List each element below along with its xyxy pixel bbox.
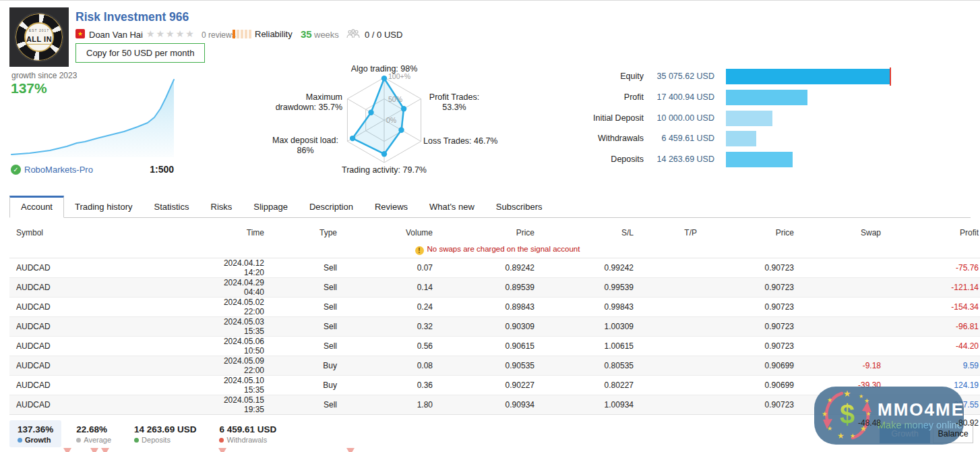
price-cell: 0.89539 [434, 277, 536, 297]
tab-slippage[interactable]: Slippage [243, 196, 299, 217]
broker-link[interactable]: RoboMarkets-Pro [24, 165, 93, 175]
totals-row: -48.48 -80.92 [9, 414, 980, 431]
bar-fill [726, 152, 793, 167]
sl-cell: 0.80535 [536, 356, 635, 375]
bar-label: Withdrawals [580, 131, 644, 146]
legend-dot-icon [134, 438, 139, 443]
swap-cell [795, 258, 882, 277]
table-row: AUDCAD2024.04.29 04:40Sell0.140.895390.9… [9, 277, 980, 297]
legend-dot-icon [18, 438, 22, 443]
volume-cell: 0.08 [338, 356, 434, 375]
star-icon: ★ [837, 432, 845, 440]
tab-account[interactable]: Account [9, 196, 64, 218]
price2-cell: 0.90699 [698, 356, 795, 375]
swap-cell [795, 277, 882, 297]
profit-cell: -154.34 [882, 297, 980, 316]
bar-row-deposits: Deposits14 263.69 USD [580, 152, 980, 167]
symbol-cell: AUDCAD [9, 258, 218, 277]
symbol-cell: AUDCAD [9, 297, 218, 316]
sl-cell: 1.00309 [536, 316, 635, 336]
type-cell: Sell [266, 258, 338, 277]
swap-cell [795, 297, 882, 316]
bar-fill [726, 111, 772, 126]
copy-signal-button[interactable]: Copy for 50 USD per month [75, 43, 205, 63]
stat-label: Deposits [142, 436, 171, 444]
sl-cell: 0.99539 [536, 277, 635, 297]
rating-stars: ★★★★★ [146, 28, 195, 39]
volume-cell: 0.32 [338, 316, 434, 336]
sl-cell: 1.00934 [536, 395, 635, 414]
withdrawal-marker-icon [346, 448, 355, 452]
bar-value: 6 459.61 USD [647, 131, 714, 146]
weeks-label: weeks [314, 30, 339, 40]
swap-cell [795, 336, 882, 356]
type-cell: Buy [266, 375, 338, 395]
volume-cell: 0.14 [338, 277, 434, 297]
radar-ring-100: 100+% [388, 72, 410, 80]
symbol-cell: AUDCAD [9, 395, 218, 414]
growth-caption: growth since 2023 [11, 71, 77, 80]
reliability-bars [233, 30, 251, 38]
bar-row-profit: Profit17 400.94 USD [580, 90, 980, 105]
type-cell: Sell [266, 277, 338, 297]
table-row: AUDCAD2024.05.09 22:00Buy0.080.905350.80… [9, 356, 980, 375]
tab-trading-history[interactable]: Trading history [64, 196, 144, 217]
column-header-s-l: S/L [536, 223, 635, 242]
volume-cell: 1.80 [338, 395, 434, 414]
subscribers-funds: 0 / 0 USD [365, 30, 402, 40]
radar-ring-0: 0% [386, 116, 396, 124]
withdrawal-marker-icon [63, 448, 71, 452]
profit-cell: -75.76 [882, 258, 980, 277]
broker-verified-icon: ✓ [11, 165, 21, 175]
poker-chip-logo: EST 2017 ALL IN [14, 12, 64, 62]
radar-label-trading-activity: Trading activity: 79.7% [317, 165, 452, 175]
column-header-volume: Volume [338, 223, 434, 242]
price2-cell: 0.90723 [698, 336, 795, 356]
warning-text: No swaps are charged on the signal accou… [427, 245, 580, 253]
radar-label-max-drawdown: Maximum drawdown: 35.7% [270, 92, 342, 113]
tp-cell [635, 297, 698, 316]
type-cell: Sell [266, 316, 338, 336]
profit-cell: 9.59 [882, 356, 980, 375]
bar-row-withdrawals: Withdrawals6 459.61 USD [580, 131, 980, 146]
time-cell: 2024.04.29 04:40 [218, 277, 266, 297]
bar-fill [726, 131, 756, 146]
tp-cell [635, 356, 698, 375]
avatar-allin-text: ALL IN [26, 35, 52, 45]
weeks-value: 35 [301, 28, 312, 40]
tab-description[interactable]: Description [299, 196, 364, 217]
tab-subscribers[interactable]: Subscribers [485, 196, 553, 217]
price-cell: 0.89843 [434, 297, 536, 316]
price-cell: 0.90615 [434, 336, 536, 356]
bar-row-initial-deposit: Initial Deposit10 000.00 USD [580, 111, 980, 126]
price2-cell: 0.90723 [698, 277, 795, 297]
leverage-value: 1:500 [150, 164, 174, 175]
withdrawal-marker-icon [218, 448, 226, 452]
time-cell: 2024.05.15 19:35 [218, 395, 266, 414]
equity-tick [890, 67, 891, 86]
star-icon: ★ [859, 394, 863, 399]
column-header-swap: Swap [795, 223, 882, 242]
swap-cell: -9.18 [795, 356, 882, 375]
symbol-cell: AUDCAD [9, 375, 218, 395]
time-cell: 2024.04.12 14:20 [218, 258, 266, 277]
swap-warning-row: !No swaps are charged on the signal acco… [9, 242, 980, 258]
sl-cell: 0.80227 [536, 375, 635, 395]
reliability-label: Reliability [255, 29, 293, 39]
tp-cell [635, 258, 698, 277]
tab-reviews[interactable]: Reviews [364, 196, 419, 217]
volume-cell: 0.56 [338, 336, 434, 356]
time-cell: 2024.05.06 10:50 [218, 336, 266, 356]
author-name[interactable]: Doan Van Hai [89, 30, 143, 40]
price-cell: 0.90535 [434, 356, 536, 375]
symbol-cell: AUDCAD [9, 277, 218, 297]
growth-value: 137% [11, 80, 47, 96]
volume-cell: 0.24 [338, 297, 434, 316]
reviews-link[interactable]: 0 reviews [202, 30, 236, 40]
tab-risks[interactable]: Risks [200, 196, 243, 217]
tab-what-s-new[interactable]: What's new [419, 196, 485, 217]
bar-value: 10 000.00 USD [647, 111, 714, 126]
page-title[interactable]: Risk Investment 966 [75, 10, 189, 24]
bar-fill [726, 69, 890, 84]
tab-statistics[interactable]: Statistics [143, 196, 200, 217]
